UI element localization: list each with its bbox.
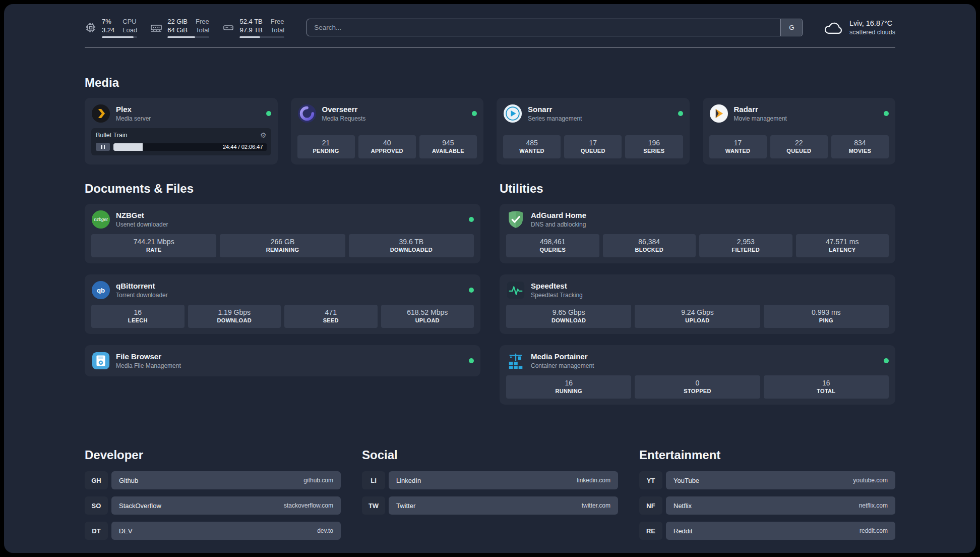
bookmark-name: YouTube bbox=[673, 477, 699, 484]
cpu-load-label: Load bbox=[122, 26, 137, 34]
now-playing-title: Bullet Train bbox=[96, 132, 128, 139]
card-overseerr[interactable]: Overseerr Media Requests 21 PENDING 40 A… bbox=[291, 98, 484, 164]
stat-value: 1.19 Gbps bbox=[190, 308, 279, 317]
bookmark-dev[interactable]: DT DEV dev.to bbox=[85, 522, 341, 540]
app-subtitle: Media server bbox=[116, 115, 261, 123]
stat-value: 0.993 ms bbox=[766, 308, 887, 317]
stats-row: 16 LEECH 1.19 Gbps DOWNLOAD 471 SEED 618… bbox=[91, 300, 474, 328]
bookmark-stackoverflow[interactable]: SO StackOverflow stackoverflow.com bbox=[85, 496, 341, 515]
bookmark-name: Github bbox=[119, 477, 138, 484]
disk-body: 52.4 TB Free 97.9 TB Total bbox=[239, 17, 284, 38]
stat-value: 744.21 Mbps bbox=[93, 237, 214, 246]
stat-value: 16 bbox=[508, 378, 629, 387]
disk-icon bbox=[222, 22, 234, 34]
plex-header: Plex Media server bbox=[91, 104, 271, 123]
stat-label: WANTED bbox=[505, 147, 559, 155]
weather-location: Lviv, 16.87°C bbox=[849, 19, 895, 28]
app-subtitle: Movie management bbox=[734, 115, 879, 123]
bookmark-netflix[interactable]: NF Netflix netflix.com bbox=[639, 496, 895, 515]
bookmarks-social: Social LI LinkedIn linkedin.com TW Twitt… bbox=[362, 448, 618, 547]
stat-box-filtered: 2,953 FILTERED bbox=[699, 234, 792, 257]
bookmark-abbr: GH bbox=[85, 471, 108, 489]
speedtest-icon bbox=[506, 281, 525, 300]
bookmark-reddit[interactable]: RE Reddit reddit.com bbox=[639, 522, 895, 540]
bookmark-linkedin[interactable]: LI LinkedIn linkedin.com bbox=[362, 471, 618, 489]
search-input[interactable] bbox=[307, 19, 780, 36]
stat-box-ping: 0.993 ms PING bbox=[764, 305, 889, 328]
stat-label: DOWNLOADED bbox=[351, 246, 472, 254]
radarr-header: Radarr Movie management bbox=[709, 104, 889, 123]
stat-label: STOPPED bbox=[637, 387, 758, 395]
speedtest-header: Speedtest Speedtest Tracking bbox=[506, 281, 889, 300]
stat-box-blocked: 86,384 BLOCKED bbox=[603, 234, 696, 257]
card-portainer[interactable]: Media Portainer Container management 16 … bbox=[500, 345, 895, 405]
player-top-row: Bullet Train ⚙ bbox=[96, 132, 267, 139]
app-name: Plex bbox=[116, 104, 261, 115]
stat-value: 498,461 bbox=[508, 237, 597, 246]
stat-box-queries: 498,461 QUERIES bbox=[506, 234, 599, 257]
stat-value: 17 bbox=[711, 138, 765, 147]
app-name: Media Portainer bbox=[531, 352, 878, 362]
card-sonarr[interactable]: Sonarr Series management 485 WANTED 17 Q… bbox=[497, 98, 690, 164]
card-radarr[interactable]: Radarr Movie management 17 WANTED 22 QUE… bbox=[703, 98, 896, 164]
section-title-documents: Documents & Files bbox=[85, 182, 480, 196]
stat-value: 471 bbox=[286, 308, 376, 317]
bookmark-youtube[interactable]: YT YouTube youtube.com bbox=[639, 471, 895, 489]
ram-total-value: 64 GiB bbox=[167, 26, 188, 34]
card-speedtest[interactable]: Speedtest Speedtest Tracking 9.65 Gbps D… bbox=[500, 274, 895, 334]
bookmark-bar: YouTube youtube.com bbox=[666, 471, 895, 489]
app-name: Radarr bbox=[734, 104, 879, 115]
app-name: Sonarr bbox=[528, 104, 672, 115]
stat-box-pending: 21 PENDING bbox=[297, 135, 355, 158]
stat-box-approved: 40 APPROVED bbox=[358, 135, 416, 158]
media-grid: Plex Media server Bullet Train ⚙ 24:44 /… bbox=[85, 98, 895, 164]
section-title-social: Social bbox=[362, 448, 618, 462]
stats-row: 21 PENDING 40 APPROVED 945 AVAILABLE bbox=[297, 130, 477, 158]
stat-box-rate: 744.21 Mbps RATE bbox=[91, 234, 216, 257]
cpu-icon bbox=[85, 22, 97, 34]
playback-time: 24:44 / 02:06:47 bbox=[223, 144, 263, 150]
card-qbittorrent[interactable]: qb qBittorrent Torrent downloader 16 LEE… bbox=[85, 274, 480, 334]
search-engine-button[interactable]: G bbox=[780, 19, 803, 36]
disk-free-value: 52.4 TB bbox=[239, 17, 262, 26]
card-nzbget[interactable]: nzbget NZBGet Usenet downloader 744.21 M… bbox=[85, 204, 480, 263]
card-plex[interactable]: Plex Media server Bullet Train ⚙ 24:44 /… bbox=[85, 98, 278, 164]
stat-label: QUEUED bbox=[772, 147, 826, 155]
section-title-media: Media bbox=[85, 76, 895, 90]
stat-value: 266 GB bbox=[222, 237, 343, 246]
stat-value: 618.52 Mbps bbox=[383, 308, 472, 317]
card-filebrowser[interactable]: File Browser Media File Management bbox=[85, 345, 480, 376]
bookmark-name: LinkedIn bbox=[396, 477, 421, 484]
card-adguard[interactable]: AdGuard Home DNS and adblocking 498,461 … bbox=[500, 204, 895, 263]
status-dot bbox=[469, 217, 474, 222]
stat-box-stopped: 0 STOPPED bbox=[635, 375, 760, 399]
bookmark-twitter[interactable]: TW Twitter twitter.com bbox=[362, 496, 618, 515]
stat-label: WANTED bbox=[711, 147, 765, 155]
stat-value: 9.65 Gbps bbox=[508, 308, 629, 317]
adguard-header: AdGuard Home DNS and adblocking bbox=[506, 210, 889, 229]
app-subtitle: Media File Management bbox=[116, 362, 463, 370]
status-dot bbox=[678, 111, 683, 116]
settings-gear-icon[interactable]: ⚙ bbox=[260, 132, 267, 139]
resource-widgets: 7% CPU 3.24 Load 22 GiB Free 64 GiB Tota… bbox=[85, 17, 284, 38]
bookmark-name: StackOverflow bbox=[119, 502, 161, 510]
overseerr-title-block: Overseerr Media Requests bbox=[322, 104, 467, 123]
app-subtitle: Container management bbox=[531, 362, 878, 370]
app-subtitle: Torrent downloader bbox=[116, 291, 463, 299]
dashboard: 7% CPU 3.24 Load 22 GiB Free 64 GiB Tota… bbox=[4, 4, 976, 553]
ram-free-value: 22 GiB bbox=[167, 17, 188, 26]
overseerr-header: Overseerr Media Requests bbox=[297, 104, 477, 123]
bookmark-github[interactable]: GH Github github.com bbox=[85, 471, 341, 489]
cpu-bar bbox=[102, 36, 137, 38]
stats-row: 9.65 Gbps DOWNLOAD 9.24 Gbps UPLOAD 0.99… bbox=[506, 300, 889, 328]
stat-box-download: 1.19 Gbps DOWNLOAD bbox=[188, 305, 281, 328]
stat-value: 22 bbox=[772, 138, 826, 147]
stat-label: PING bbox=[766, 317, 887, 324]
qbittorrent-title-block: qBittorrent Torrent downloader bbox=[116, 281, 463, 299]
playback-progress-bar[interactable]: 24:44 / 02:06:47 bbox=[113, 143, 267, 151]
app-subtitle: Speedtest Tracking bbox=[531, 291, 889, 299]
pause-button[interactable] bbox=[96, 143, 110, 151]
app-name: File Browser bbox=[116, 352, 463, 362]
cpu-body: 7% CPU 3.24 Load bbox=[102, 17, 137, 38]
bookmark-url: stackoverflow.com bbox=[284, 502, 333, 509]
